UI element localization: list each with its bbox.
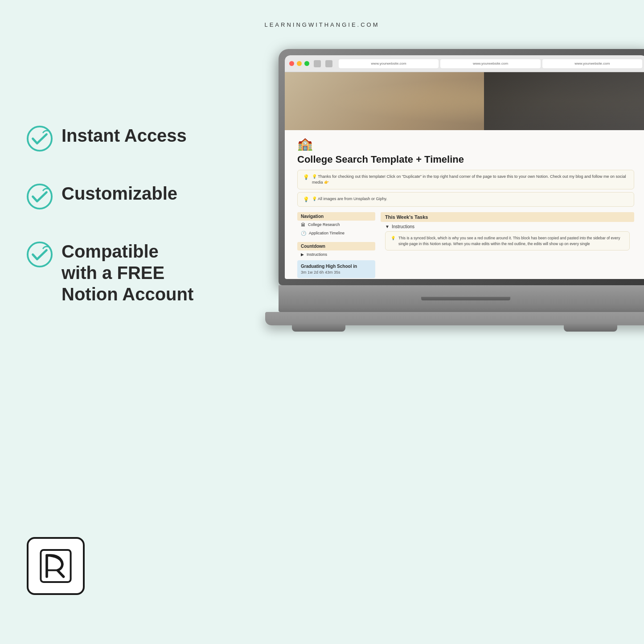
notion-page-title: College Search Template + Timeline	[297, 154, 634, 165]
feature-item-instant-access: Instant Access	[27, 125, 193, 152]
screen-content: 🏫 College Search Template + Timeline 💡 💡…	[285, 72, 644, 279]
address-bar-group: www.yourwebsite.com www.yourwebsite.com …	[339, 59, 642, 68]
address-bar-2[interactable]: www.yourwebsite.com	[440, 59, 540, 68]
keyboard-hinge	[421, 297, 510, 300]
task-callout: 💡 This is a synced block, which is why y…	[385, 231, 630, 251]
notion-hero-image	[285, 72, 644, 130]
feature-text-compatible: Compatible with a FREE Notion Account	[62, 241, 193, 305]
tasks-panel: This Week's Tasks ▼ Instructions 💡 This …	[381, 212, 634, 279]
traffic-light-yellow[interactable]	[297, 61, 302, 66]
countdown-title: Graduating High School in	[301, 264, 372, 269]
notion-page-icon: 🏫	[297, 136, 634, 151]
callout-text-1: 💡 Thanks for checking out this template!…	[312, 174, 628, 185]
countdown-instructions-label: Instructions	[307, 252, 327, 257]
traffic-light-green[interactable]	[304, 61, 309, 66]
notion-sidebar: Navigation 🏛 College Research 🕐 Applicat…	[297, 212, 375, 279]
task-toggle[interactable]: ▼ Instructions	[381, 222, 634, 231]
laptop-foot-right	[564, 324, 617, 332]
tasks-heading: This Week's Tasks	[381, 212, 634, 222]
application-timeline-label: Application Timeline	[309, 231, 345, 235]
countdown-section: Countdown ▶ Instructions Graduating High…	[297, 242, 375, 278]
laptop-keyboard	[279, 285, 644, 312]
notion-callout-1: 💡 💡 Thanks for checking out this templat…	[297, 170, 634, 189]
feature-text-customizable: Customizable	[62, 183, 177, 204]
application-timeline-link[interactable]: 🕐 Application Timeline	[297, 229, 375, 238]
notion-main-content: Navigation 🏛 College Research 🕐 Applicat…	[297, 212, 634, 279]
laptop-container: www.yourwebsite.com www.yourwebsite.com …	[270, 49, 644, 584]
countdown-widget: Graduating High School in 3m 1w 2d 6h 43…	[297, 260, 375, 278]
screen-bezel: www.yourwebsite.com www.yourwebsite.com …	[285, 55, 644, 279]
college-research-label: College Research	[308, 222, 340, 227]
laptop-body: www.yourwebsite.com www.yourwebsite.com …	[279, 49, 644, 472]
toggle-arrow-icon: ▶	[301, 252, 304, 257]
college-research-link[interactable]: 🏛 College Research	[297, 221, 375, 229]
college-research-icon: 🏛	[301, 222, 305, 227]
back-button[interactable]	[314, 60, 321, 67]
callout-icon-2: 💡	[303, 196, 309, 203]
navigation-section: Navigation 🏛 College Research 🕐 Applicat…	[297, 212, 375, 238]
countdown-timer: 3m 1w 2d 6h 43m 35s	[301, 270, 372, 275]
navigation-heading: Navigation	[297, 212, 375, 221]
feature-item-compatible: Compatible with a FREE Notion Account	[27, 241, 193, 305]
task-toggle-label: Instructions	[392, 224, 414, 229]
notion-logo-svg	[38, 548, 74, 584]
application-timeline-icon: 🕐	[301, 231, 306, 236]
countdown-toggle[interactable]: ▶ Instructions	[297, 250, 375, 258]
features-list: Instant Access Customizable Compatible w…	[27, 125, 193, 305]
task-callout-icon: 💡	[391, 235, 396, 247]
address-bar-1[interactable]: www.yourwebsite.com	[339, 59, 439, 68]
forward-button[interactable]	[325, 60, 332, 67]
laptop-lid: www.yourwebsite.com www.yourwebsite.com …	[279, 49, 644, 285]
address-bar-3[interactable]: www.yourwebsite.com	[542, 59, 642, 68]
callout-text-2: 💡 All images are from Unsplash or Giphy.	[312, 196, 387, 202]
task-toggle-arrow: ▼	[385, 224, 390, 229]
site-header: LEARNINGWITHANGIE.COM	[0, 0, 644, 28]
feature-text-instant-access: Instant Access	[62, 125, 187, 146]
traffic-light-red[interactable]	[289, 61, 294, 66]
svg-rect-3	[41, 550, 70, 582]
checkmark-icon-1	[27, 126, 53, 152]
notion-logo	[27, 537, 85, 595]
countdown-heading: Countdown	[297, 242, 375, 250]
checkmark-icon-3	[27, 242, 53, 267]
notion-callout-2: 💡 💡 All images are from Unsplash or Giph…	[297, 192, 634, 207]
checkmark-icon-2	[27, 184, 53, 209]
callout-icon-1: 💡	[303, 174, 309, 180]
feature-item-customizable: Customizable	[27, 183, 193, 209]
browser-chrome: www.yourwebsite.com www.yourwebsite.com …	[285, 55, 644, 72]
notion-page: 🏫 College Search Template + Timeline 💡 💡…	[285, 136, 644, 279]
task-callout-text: This is a synced block, which is why you…	[398, 235, 624, 247]
laptop-foot-left	[292, 324, 345, 332]
